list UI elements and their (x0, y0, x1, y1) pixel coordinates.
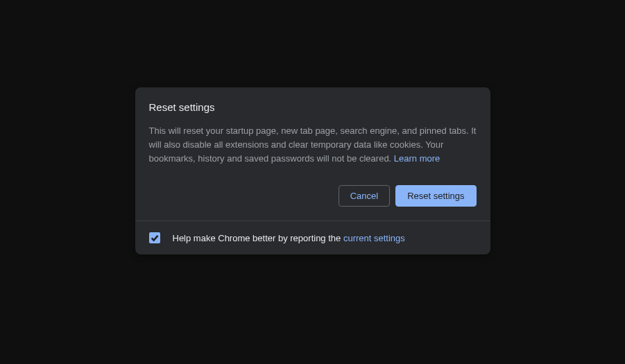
dialog-footer: Help make Chrome better by reporting the… (135, 220, 490, 254)
learn-more-link[interactable]: Learn more (394, 153, 440, 164)
reset-settings-button[interactable]: Reset settings (395, 185, 476, 207)
dialog-title: Reset settings (149, 101, 477, 113)
dialog-body: This will reset your startup page, new t… (149, 124, 477, 166)
current-settings-link[interactable]: current settings (343, 233, 405, 243)
reset-settings-dialog: Reset settings This will reset your star… (135, 87, 490, 254)
dialog-actions: Cancel Reset settings (149, 185, 477, 207)
cancel-button[interactable]: Cancel (339, 185, 390, 207)
footer-label-prefix: Help make Chrome better by reporting the (173, 233, 343, 243)
dialog-main: Reset settings This will reset your star… (135, 87, 490, 220)
checkmark-icon (150, 233, 160, 243)
report-settings-checkbox[interactable] (149, 232, 160, 243)
report-settings-label: Help make Chrome better by reporting the… (173, 233, 405, 243)
